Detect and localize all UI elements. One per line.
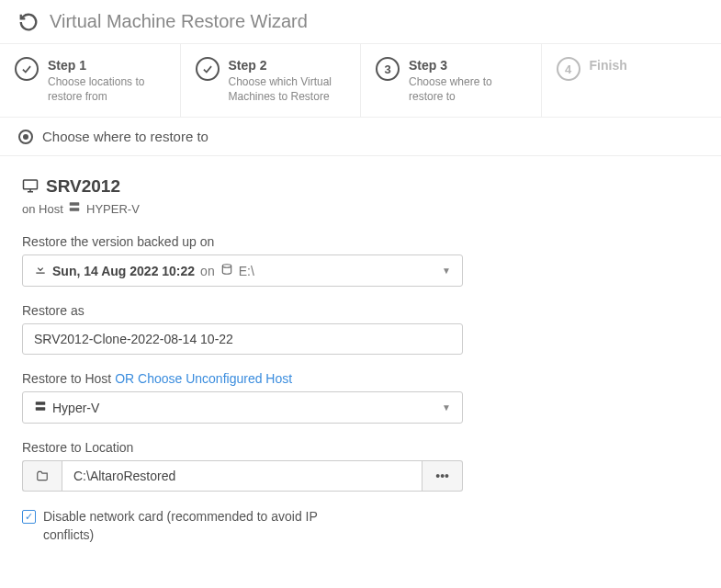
restore-host-select[interactable]: Hyper-V ▼ — [22, 391, 463, 424]
step-2[interactable]: Step 2 Choose which Virtual Machines to … — [181, 44, 362, 117]
svg-rect-6 — [36, 402, 46, 406]
restore-location-label: Restore to Location — [22, 440, 699, 455]
restore-host-label: Restore to Host OR Choose Unconfigured H… — [22, 371, 699, 386]
restore-location-input[interactable] — [62, 460, 422, 492]
wizard-title: Virtual Machine Restore Wizard — [50, 11, 308, 32]
disable-network-label: Disable network card (recommended to avo… — [43, 508, 371, 544]
svg-rect-7 — [36, 408, 46, 412]
step-desc: Choose where to restore to — [409, 75, 526, 104]
step-1[interactable]: Step 1 Choose locations to restore from — [0, 44, 181, 117]
svg-rect-3 — [70, 203, 80, 207]
browse-button[interactable]: ••• — [422, 460, 463, 492]
subheader: Choose where to restore to — [0, 118, 721, 156]
download-icon — [34, 263, 47, 278]
step-finish: 4 Finish — [542, 44, 722, 117]
vm-name: SRV2012 — [46, 176, 120, 197]
step-desc: Choose which Virtual Machines to Restore — [229, 75, 346, 104]
restore-as-input[interactable] — [22, 323, 463, 355]
step-number-icon: 3 — [376, 57, 400, 81]
version-label: Restore the version backed up on — [22, 234, 699, 249]
step-3[interactable]: 3 Step 3 Choose where to restore to — [361, 44, 542, 117]
server-icon — [34, 400, 47, 415]
wizard-steps: Step 1 Choose locations to restore from … — [0, 44, 721, 118]
monitor-icon — [22, 177, 39, 197]
chevron-down-icon: ▼ — [442, 402, 451, 413]
folder-icon — [22, 460, 62, 492]
step-desc: Choose locations to restore from — [48, 75, 165, 104]
checkmark-icon — [15, 57, 39, 81]
disk-icon — [220, 263, 233, 278]
svg-rect-4 — [70, 209, 80, 212]
step-title: Step 3 — [409, 57, 526, 74]
restore-host-value: Hyper-V — [52, 401, 99, 415]
svg-rect-0 — [24, 180, 38, 189]
chevron-down-icon: ▼ — [442, 266, 451, 276]
target-icon — [18, 130, 33, 144]
server-icon — [68, 202, 84, 216]
version-select[interactable]: Sun, 14 Aug 2022 10:22 on E:\ ▼ — [22, 254, 463, 287]
disable-network-checkbox[interactable]: ✓ — [22, 510, 36, 524]
svg-point-5 — [222, 265, 231, 268]
version-value: Sun, 14 Aug 2022 10:22 — [52, 264, 195, 278]
unconfigured-host-link[interactable]: OR Choose Unconfigured Host — [115, 371, 292, 386]
restore-as-label: Restore as — [22, 303, 699, 318]
step-title: Step 1 — [48, 57, 165, 74]
undo-icon[interactable] — [18, 12, 39, 32]
subheader-text: Choose where to restore to — [42, 129, 208, 144]
step-title: Step 2 — [229, 57, 346, 74]
step-number-icon: 4 — [557, 57, 580, 81]
checkmark-icon — [196, 57, 220, 81]
step-title: Finish — [590, 57, 627, 74]
vm-host: on Host HYPER-V — [22, 200, 699, 216]
